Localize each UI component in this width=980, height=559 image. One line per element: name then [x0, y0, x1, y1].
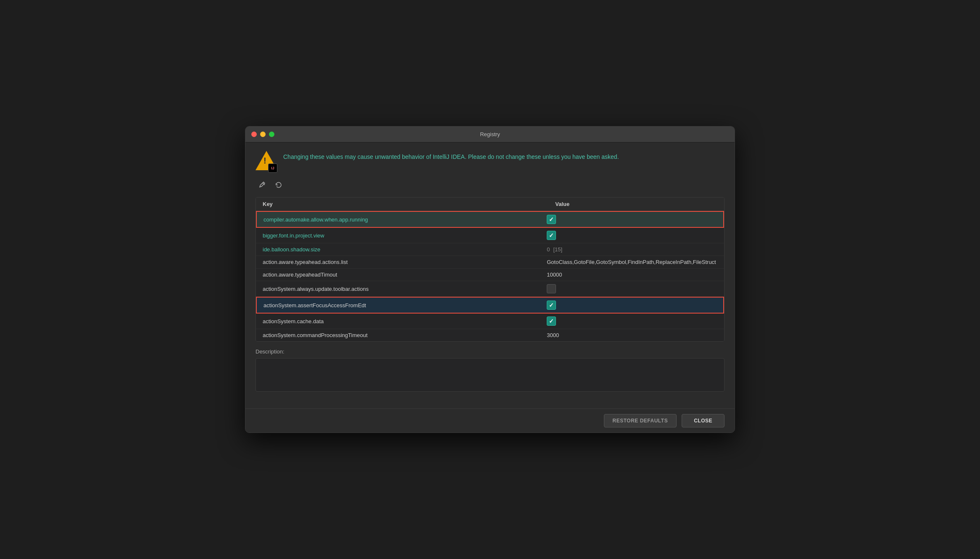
- row-value: [547, 215, 717, 224]
- checkbox-checked[interactable]: [547, 316, 556, 326]
- row-value: 3000: [547, 332, 717, 338]
- row-key: actionSystem.cache.data: [263, 318, 547, 324]
- restore-defaults-button[interactable]: RESTORE DEFAULTS: [604, 414, 677, 427]
- row-key: bigger.font.in.project.view: [263, 232, 547, 239]
- maximize-window-button[interactable]: [269, 132, 274, 137]
- table-row[interactable]: compiler.automake.allow.when.app.running…: [256, 211, 724, 228]
- checkbox-checked[interactable]: [547, 301, 556, 310]
- row-value: [547, 231, 717, 240]
- table-header: Key Value: [256, 198, 724, 211]
- intellij-badge: IJ: [268, 163, 277, 173]
- restore-button[interactable]: [273, 179, 284, 190]
- value-text: 10000: [547, 272, 562, 278]
- edit-button[interactable]: [257, 179, 268, 190]
- description-section: Description:: [256, 348, 724, 392]
- description-box[interactable]: [256, 358, 724, 392]
- annotation-number: 1: [724, 214, 724, 224]
- row-key: actionSystem.commandProcessingTimeout: [263, 332, 547, 338]
- row-key: compiler.automake.allow.when.app.running: [263, 216, 547, 223]
- toolbar: [256, 179, 724, 190]
- checkbox-unchecked[interactable]: [547, 284, 556, 293]
- table-row[interactable]: actionSystem.always.update.toolbar.actio…: [256, 281, 724, 297]
- table-row[interactable]: actionSystem.cache.data: [256, 314, 724, 329]
- value-hint: [15]: [553, 246, 562, 253]
- row-value: [547, 284, 717, 293]
- value-text: 3000: [547, 332, 559, 338]
- restore-icon: [275, 181, 282, 189]
- row-value: [547, 316, 717, 326]
- row-key: actionSystem.assertFocusAccessFromEdt: [263, 302, 547, 309]
- row-value: GotoClass,GotoFile,GotoSymbol,FindInPath…: [547, 259, 717, 265]
- row-key: ide.balloon.shadow.size: [263, 246, 547, 253]
- registry-table: Key Value compiler.automake.allow.when.a…: [256, 197, 724, 342]
- annotation-number: 2: [724, 300, 724, 310]
- checkbox-checked[interactable]: [547, 215, 556, 224]
- table-row[interactable]: bigger.font.in.project.view: [256, 228, 724, 243]
- table-row[interactable]: actionSystem.assertFocusAccessFromEdt 2 …: [256, 297, 724, 314]
- table-row[interactable]: ide.balloon.shadow.size 0 [15]: [256, 243, 724, 256]
- close-window-button[interactable]: [251, 132, 257, 137]
- row-key: action.aware.typeahead.actions.list: [263, 259, 547, 265]
- table-row[interactable]: action.aware.typeaheadTimout 10000: [256, 269, 724, 281]
- footer: RESTORE DEFAULTS CLOSE: [245, 409, 735, 432]
- close-button[interactable]: CLOSE: [682, 414, 724, 427]
- row-value: 0 [15]: [547, 246, 717, 253]
- table-row[interactable]: actionSystem.commandProcessingTimeout 30…: [256, 329, 724, 341]
- table-row[interactable]: action.aware.typeahead.actions.list Goto…: [256, 256, 724, 269]
- value-text: 0: [547, 246, 550, 253]
- key-column-header: Key: [263, 201, 547, 207]
- title-bar: Registry: [245, 127, 735, 142]
- minimize-window-button[interactable]: [260, 132, 266, 137]
- main-content: IJ Changing these values may cause unwan…: [245, 142, 735, 409]
- row-value: [547, 301, 717, 310]
- edit-icon: [259, 181, 266, 189]
- warning-bar: IJ Changing these values may cause unwan…: [256, 151, 724, 173]
- annotation-2: 2 打上勾: [724, 300, 724, 310]
- row-key: actionSystem.always.update.toolbar.actio…: [263, 286, 547, 292]
- registry-window: Registry IJ Changing these values may ca…: [245, 126, 735, 433]
- value-text: GotoClass,GotoFile,GotoSymbol,FindInPath…: [547, 259, 716, 265]
- warning-icon: IJ: [256, 151, 277, 173]
- annotation-1: 1 打上勾: [724, 214, 724, 224]
- value-column-header: Value: [547, 201, 717, 207]
- traffic-lights: [251, 132, 274, 137]
- table-body: compiler.automake.allow.when.app.running…: [256, 211, 724, 341]
- window-title: Registry: [480, 131, 500, 137]
- warning-text: Changing these values may cause unwanted…: [283, 151, 619, 161]
- checkbox-checked[interactable]: [547, 231, 556, 240]
- description-label: Description:: [256, 348, 724, 355]
- row-value: 10000: [547, 272, 717, 278]
- row-key: action.aware.typeaheadTimout: [263, 272, 547, 278]
